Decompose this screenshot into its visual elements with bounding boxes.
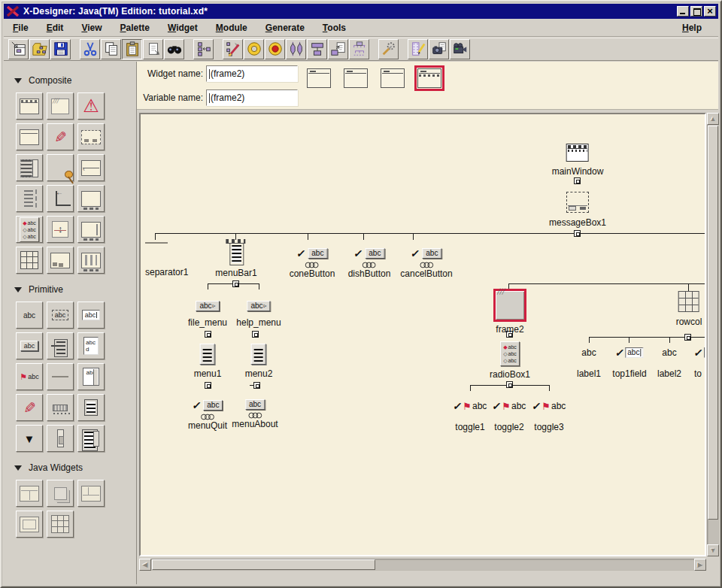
tree-node-label1[interactable]: abc label1 (577, 347, 601, 379)
scroll-up-icon[interactable]: ▲ (707, 113, 719, 125)
palette-pushpin[interactable] (47, 154, 74, 181)
palette-grid-layout[interactable] (47, 511, 74, 538)
palette-label[interactable]: abc (16, 302, 43, 329)
palette-radio-box[interactable]: abcabcabc (16, 216, 43, 243)
scroll-left-icon[interactable]: ◀ (139, 559, 151, 571)
minimize-button[interactable] (677, 6, 689, 17)
shell-type-2[interactable] (341, 65, 371, 91)
palette-text-area[interactable]: abcd (77, 332, 105, 359)
scroll-right-icon[interactable]: ▶ (694, 559, 706, 571)
palette-draw-pencil[interactable] (16, 394, 43, 421)
menu-file[interactable]: File (4, 20, 38, 36)
palette-bulletin-board[interactable] (47, 247, 74, 274)
maximize-button[interactable] (690, 6, 702, 17)
palette-button-box[interactable] (77, 185, 105, 212)
palette-option-menu[interactable] (47, 332, 74, 359)
toolbar-structure-icon[interactable] (349, 39, 369, 59)
toolbar-compress-icon[interactable] (286, 39, 306, 59)
tree-node-radiobox1[interactable]: abc abc abc radioBox1 (490, 341, 530, 380)
palette-draw-pencil[interactable] (47, 123, 74, 150)
expand-toggle-menubar1[interactable] (232, 280, 239, 287)
toolbar-tree-layout-icon[interactable] (307, 39, 327, 59)
tree-node-frame2-selected[interactable]: frame2 (493, 289, 526, 335)
palette-toggle[interactable]: abc (16, 363, 43, 390)
menu-generate[interactable]: Generate (256, 20, 314, 36)
expand-toggle-rowcol[interactable] (684, 334, 691, 341)
menu-tools[interactable]: Tools (314, 20, 355, 36)
toolbar-find-icon[interactable] (164, 39, 184, 59)
toolbar-extract-icon[interactable] (328, 39, 348, 59)
palette-arrow-button[interactable] (16, 425, 43, 452)
shell-type-1[interactable] (304, 65, 334, 91)
palette-form[interactable] (47, 92, 74, 120)
toolbar-move-widget-icon[interactable] (193, 39, 214, 59)
expand-toggle-mainwindow[interactable] (574, 177, 581, 184)
palette-scrolled-text[interactable] (16, 185, 43, 212)
toolbar-open-design-icon[interactable] (29, 39, 50, 59)
toolbar-paste-special-icon[interactable] (143, 39, 163, 59)
toolbar-paste-icon[interactable] (122, 39, 142, 59)
tree-node-dishbutton[interactable]: abc dishButton (348, 247, 391, 279)
palette-scrolled-window[interactable] (16, 154, 43, 181)
tree-node-clipped[interactable]: a to (694, 347, 706, 379)
menu-widget[interactable]: Widget (159, 20, 207, 36)
widget-name-input[interactable]: (frame2) (206, 65, 298, 82)
tree-node-messagebox1[interactable]: messageBox1 (549, 192, 606, 228)
toolbar-new-design-icon[interactable] (8, 39, 29, 59)
palette-panel[interactable] (16, 123, 43, 150)
expand-toggle-file-menu[interactable] (205, 331, 211, 338)
palette-drawn-button[interactable]: abc (47, 302, 74, 329)
horizontal-scroll-thumb[interactable] (152, 559, 375, 570)
toolbar-copy-icon[interactable] (101, 39, 121, 59)
toolbar-group-ring-icon[interactable] (244, 39, 264, 59)
palette-scrolled-field[interactable]: abc (77, 363, 105, 390)
close-button[interactable] (704, 6, 716, 17)
menu-edit[interactable]: Edit (38, 20, 73, 36)
tree-node-toggle2[interactable]: abc toggle2 (493, 400, 526, 432)
palette-section-composite[interactable]: Composite (14, 75, 136, 86)
toolbar-edit-links-icon[interactable] (223, 39, 243, 59)
expand-toggle-menu2[interactable] (253, 382, 260, 389)
expand-toggle-messagebox1[interactable] (574, 230, 581, 237)
horizontal-scrollbar[interactable]: ◀ ▶ (139, 559, 706, 571)
palette-box-layout[interactable] (16, 511, 43, 538)
tree-node-cancelbutton[interactable]: abc cancelButton (400, 247, 452, 279)
palette-section-primitive[interactable]: Primitive (14, 284, 136, 295)
toolbar-edit-capture-icon[interactable] (408, 39, 428, 59)
tree-node-conebutton[interactable]: abc coneButton (290, 247, 335, 279)
palette-card-layout[interactable] (47, 480, 74, 507)
palette-warning[interactable] (77, 92, 105, 120)
tree-node-menubar1[interactable]: menuBar1 (215, 238, 256, 278)
palette-column[interactable] (77, 247, 105, 274)
toolbar-snapshot-icon[interactable] (429, 39, 449, 59)
expand-toggle-help-menu[interactable] (252, 331, 259, 338)
palette-grid[interactable] (16, 247, 43, 274)
toolbar-fix-tools-icon[interactable] (378, 39, 399, 59)
menu-view[interactable]: View (72, 20, 111, 36)
toolbar-cut-icon[interactable] (80, 39, 100, 59)
tree-node-help-menu[interactable]: abc help_menu (236, 301, 281, 328)
toolbar-record-icon[interactable] (450, 39, 470, 59)
tree-node-rowcol[interactable]: rowcol (676, 291, 702, 327)
palette-separator[interactable] (47, 363, 74, 390)
palette-flow-layout[interactable] (77, 480, 105, 507)
shell-type-4-selected[interactable] (414, 65, 444, 91)
palette-border-layout[interactable] (16, 480, 43, 507)
palette-scrollbar[interactable] (47, 425, 74, 452)
tree-node-file-menu[interactable]: abc file_menu (188, 301, 227, 328)
palette-main-window[interactable] (16, 92, 43, 120)
toolbar-save-design-icon[interactable] (50, 39, 71, 59)
tree-node-toggle3[interactable]: abc toggle3 (532, 400, 566, 432)
tree-node-top1field[interactable]: abc top1field (612, 347, 646, 379)
tree-node-label2[interactable]: abc label2 (657, 347, 681, 379)
palette-paned-window[interactable] (77, 154, 105, 181)
vertical-scroll-thumb[interactable] (708, 126, 718, 520)
tree-node-menu1[interactable]: menu1 (194, 344, 222, 379)
tree-node-separator1[interactable]: separator1 (145, 242, 188, 277)
palette-list[interactable] (77, 394, 105, 421)
menu-module[interactable]: Module (207, 20, 256, 36)
tree-node-menuabout[interactable]: abc menuAbout (232, 399, 278, 429)
expand-toggle-menu1[interactable] (205, 382, 211, 389)
menu-palette[interactable]: Palette (111, 20, 159, 36)
palette-dialog[interactable] (77, 123, 105, 150)
